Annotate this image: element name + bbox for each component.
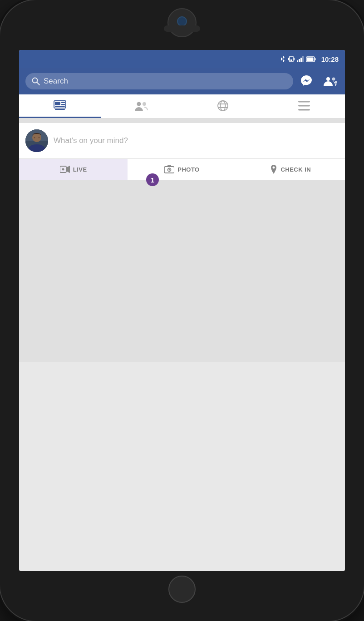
messenger-icon (299, 74, 314, 89)
tab-menu[interactable] (264, 94, 345, 118)
svg-rect-20 (61, 102, 65, 103)
svg-marker-39 (66, 166, 70, 173)
svg-rect-3 (290, 59, 292, 61)
avatar-svg (25, 129, 48, 152)
header-icons (298, 73, 339, 90)
svg-point-26 (218, 101, 228, 111)
signal-icon (297, 56, 304, 62)
tab-news-feed[interactable] (19, 94, 101, 118)
svg-rect-9 (315, 58, 315, 60)
svg-point-24 (137, 102, 141, 106)
tab-globe[interactable] (182, 94, 264, 118)
svg-rect-10 (307, 57, 313, 61)
svg-rect-6 (300, 58, 302, 62)
svg-point-13 (326, 77, 330, 81)
newsfeed-icon (54, 100, 66, 111)
status-icons: 10:28 (280, 55, 339, 63)
vibrate-icon (288, 55, 295, 63)
live-video-icon (60, 165, 70, 173)
status-time: 10:28 (321, 55, 339, 63)
battery-icon (306, 56, 316, 62)
photo-button[interactable]: PHOTO (128, 159, 236, 180)
live-button[interactable]: LIVE (19, 159, 128, 180)
notification-badge: 1 (146, 173, 159, 186)
checkin-button[interactable]: CHECK IN (236, 159, 345, 180)
svg-line-12 (37, 82, 39, 85)
photo-label: PHOTO (177, 166, 200, 173)
svg-rect-30 (298, 101, 310, 103)
avatar-image (25, 129, 48, 152)
feed-area (19, 180, 345, 362)
section-divider (19, 118, 345, 123)
user-avatar (25, 129, 48, 152)
friends-icon (134, 100, 148, 112)
phone-speaker (164, 25, 200, 32)
svg-point-43 (169, 169, 170, 171)
tab-friends[interactable] (101, 94, 182, 118)
action-buttons-row: LIVE PHOTO CHECK IN 1 (19, 159, 345, 180)
bluetooth-icon (280, 55, 286, 63)
svg-rect-19 (55, 102, 60, 105)
svg-point-14 (332, 78, 335, 81)
svg-rect-1 (288, 58, 289, 60)
status-bar: 10:28 (19, 50, 345, 68)
compose-placeholder[interactable]: What's on your mind? (54, 136, 339, 145)
phone-frame: 10:28 Search (0, 0, 364, 621)
live-label: LIVE (73, 166, 87, 173)
svg-rect-4 (297, 60, 298, 62)
svg-point-25 (143, 102, 146, 106)
svg-rect-0 (290, 56, 293, 62)
svg-rect-21 (61, 104, 65, 105)
svg-rect-5 (299, 59, 300, 62)
globe-icon (216, 99, 229, 112)
location-pin-icon (270, 165, 277, 174)
svg-point-36 (34, 137, 35, 138)
svg-rect-22 (55, 106, 65, 107)
people-icon (323, 74, 337, 89)
menu-icon (298, 101, 310, 111)
messenger-button[interactable] (298, 73, 315, 90)
svg-point-37 (39, 137, 40, 138)
camera-icon (164, 165, 174, 173)
svg-point-27 (220, 101, 225, 111)
facebook-header: Search (19, 68, 345, 94)
search-bar[interactable]: Search (25, 73, 293, 89)
home-button[interactable] (168, 576, 196, 603)
search-placeholder-text: Search (44, 77, 68, 86)
svg-rect-23 (55, 109, 65, 110)
compose-area: What's on your mind? (19, 123, 345, 159)
phone-camera (177, 16, 187, 26)
screen: 10:28 Search (19, 50, 345, 571)
svg-rect-31 (298, 105, 310, 107)
svg-rect-2 (294, 58, 295, 60)
nav-tabs (19, 94, 345, 118)
search-icon (32, 77, 40, 85)
checkin-label: CHECK IN (280, 166, 311, 173)
svg-point-40 (62, 168, 64, 171)
friend-requests-button[interactable] (321, 73, 339, 90)
svg-rect-7 (302, 56, 304, 62)
svg-rect-32 (298, 109, 310, 111)
